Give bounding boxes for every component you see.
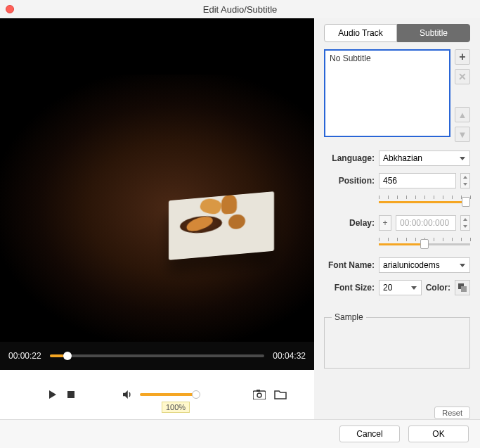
seek-bar[interactable] [50, 354, 265, 357]
position-input[interactable]: 456 [379, 173, 456, 188]
tab-subtitle[interactable]: Subtitle [397, 24, 470, 42]
cancel-button[interactable]: Cancel [339, 425, 400, 442]
scene-bread [228, 214, 245, 230]
svg-rect-2 [257, 390, 260, 392]
left-pane: 00:00:22 00:04:32 100% [0, 18, 314, 419]
language-label: Language: [324, 153, 375, 163]
play-icon [49, 390, 56, 399]
scene-table [169, 191, 274, 260]
svg-rect-4 [461, 286, 467, 292]
time-duration: 00:04:32 [273, 351, 306, 361]
add-subtitle-button[interactable]: + [455, 49, 470, 65]
svg-rect-0 [253, 391, 266, 399]
scene-bread [221, 195, 237, 215]
position-slider[interactable] [379, 196, 470, 208]
language-select[interactable]: Abkhazian [379, 151, 470, 166]
camera-icon [253, 390, 266, 399]
delay-input[interactable]: 00:00:00:000 [396, 215, 456, 231]
delay-slider[interactable] [379, 238, 470, 250]
volume-tooltip: 100% [162, 402, 190, 413]
position-slider-thumb[interactable] [462, 197, 470, 207]
delay-sign-button[interactable]: + [379, 215, 391, 231]
right-pane: Audio Track Subtitle No Subtitle + ✕ ▲ ▼… [314, 18, 480, 419]
sample-preview: Sample [324, 312, 470, 369]
arrow-up-icon: ▲ [458, 110, 467, 120]
subtitle-list-empty: No Subtitle [330, 53, 371, 63]
color-swatch-icon [458, 283, 467, 293]
delay-stepper[interactable] [460, 215, 470, 231]
tab-bar: Audio Track Subtitle [314, 18, 480, 42]
font-size-label: Font Size: [324, 283, 375, 293]
timeline: 00:00:22 00:04:32 [0, 342, 314, 370]
video-preview [0, 75, 314, 342]
time-current: 00:00:22 [8, 351, 41, 361]
plus-icon: + [459, 51, 465, 63]
move-down-button[interactable]: ▼ [455, 127, 470, 142]
position-stepper[interactable] [460, 173, 470, 188]
mute-button[interactable] [120, 388, 134, 402]
subtitle-list[interactable]: No Subtitle [324, 49, 450, 137]
title-bar: Edit Audio/Subtitle [0, 0, 480, 18]
close-window-button[interactable] [6, 5, 14, 13]
remove-subtitle-button[interactable]: ✕ [455, 69, 470, 84]
reset-button[interactable]: Reset [434, 407, 470, 419]
arrow-down-icon: ▼ [458, 129, 467, 140]
svg-point-1 [257, 393, 261, 397]
color-picker-button[interactable] [455, 280, 470, 295]
x-icon: ✕ [458, 71, 467, 82]
stop-button[interactable] [64, 388, 78, 402]
sample-legend: Sample [332, 312, 366, 322]
font-name-select[interactable]: arialunicodems [379, 257, 470, 273]
tab-audio-track[interactable]: Audio Track [324, 24, 397, 42]
position-label: Position: [324, 176, 375, 186]
delay-slider-thumb[interactable] [420, 239, 429, 249]
move-up-button[interactable]: ▲ [455, 107, 470, 122]
stop-icon [67, 391, 74, 398]
volume-slider[interactable] [140, 393, 196, 396]
font-name-label: Font Name: [324, 260, 375, 270]
color-label: Color: [426, 283, 450, 293]
dialog-footer: Cancel OK [0, 419, 480, 448]
play-button[interactable] [46, 388, 60, 402]
folder-icon [274, 390, 287, 399]
window-title: Edit Audio/Subtitle [0, 4, 480, 15]
delay-label: Delay: [324, 218, 375, 228]
ok-button[interactable]: OK [408, 425, 469, 442]
video-area: 00:00:22 00:04:32 [0, 18, 314, 370]
speaker-icon [121, 388, 134, 401]
scene-bread [198, 197, 223, 216]
snapshot-button[interactable] [252, 388, 266, 402]
volume-thumb[interactable] [192, 390, 200, 399]
font-size-select[interactable]: 20 [379, 280, 422, 295]
player-controls: 100% [0, 370, 314, 419]
open-folder-button[interactable] [273, 388, 287, 402]
seek-thumb[interactable] [63, 352, 72, 360]
